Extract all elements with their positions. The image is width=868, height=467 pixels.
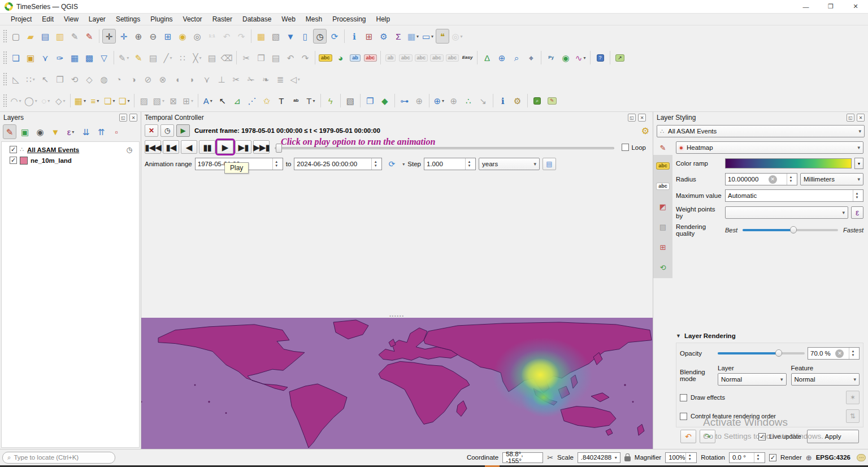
close-panel-icon[interactable]: ✕ [857, 114, 865, 122]
settings-wrench-icon[interactable]: ⚙ [511, 93, 524, 108]
georeferencer-icon[interactable]: ⊕▾ [432, 93, 446, 108]
dropdown-arrow[interactable]: ▾ [442, 98, 444, 103]
loop-checkbox[interactable] [622, 144, 629, 151]
maximize-button[interactable]: ❐ [818, 0, 843, 14]
advanced-digitizing-icon[interactable]: Δ [480, 50, 494, 65]
deselect-features-icon[interactable]: ❏▾ [103, 93, 116, 108]
show-statistics-icon[interactable]: Σ [392, 29, 405, 44]
control-order-checkbox[interactable] [680, 413, 687, 420]
float-panel-icon[interactable]: ◱ [628, 114, 636, 122]
styling-layer-combo[interactable]: ∴ All ASAM Events ▾ [657, 125, 865, 137]
radius-unit-combo[interactable]: Millimeters ▾ [800, 173, 863, 185]
map-canvas[interactable] [141, 318, 653, 449]
new-spatialite-icon[interactable]: ✑ [53, 50, 67, 65]
processing-toolbox-icon[interactable]: ⚙ [377, 29, 390, 44]
grass-tools-icon[interactable]: ▧ [344, 93, 357, 108]
menu-view[interactable]: View [59, 14, 84, 24]
dropdown-arrow[interactable]: ▾ [19, 98, 21, 103]
play-button[interactable]: ▶ [217, 140, 233, 154]
layer-labeling-icon[interactable]: abc [318, 50, 333, 65]
close-panel-icon[interactable]: ✕ [638, 114, 646, 122]
collapse-all-icon[interactable]: ⇈ [94, 124, 108, 139]
loop-control[interactable]: Loop [622, 144, 646, 151]
refresh-map-icon[interactable]: ⟳ [328, 29, 341, 44]
expression-builder-button[interactable]: ε [851, 206, 863, 219]
magnifier-input[interactable]: 100%▲▼ [665, 452, 697, 463]
messages-icon[interactable]: ⋯ [857, 454, 866, 461]
scale-combo[interactable]: .84024288▾ [578, 452, 620, 463]
filter-expression-icon[interactable]: ε▾ [64, 124, 77, 139]
add-line-annotation-icon[interactable]: ⋰ [245, 93, 259, 108]
dropdown-arrow[interactable]: ▾ [199, 55, 202, 60]
new-3d-map-view-icon[interactable]: ▧ [269, 29, 283, 44]
new-print-layout-icon[interactable]: ▥ [53, 29, 67, 44]
layer-visibility-checkbox[interactable]: ✓ [10, 157, 17, 164]
pan-map-icon[interactable]: ✛ [102, 29, 116, 44]
epsg-code[interactable]: EPSG:4326 [816, 454, 850, 461]
dropdown-arrow[interactable]: ▾ [583, 55, 585, 60]
spinner-arrows-icon[interactable]: ▲▼ [685, 453, 693, 462]
new-project-icon[interactable]: ▢ [9, 29, 23, 44]
locate-search-input[interactable]: ⌕ Type to locate (Ctrl+K) [2, 452, 115, 464]
dropdown-arrow[interactable]: ▾ [72, 129, 74, 135]
previous-frame-button[interactable]: ▮◀ [163, 140, 179, 154]
close-button[interactable]: ✕ [843, 0, 868, 14]
spinner-arrows-icon[interactable]: ▲▼ [849, 348, 857, 359]
step-input[interactable]: 1.000 ▲▼ [424, 158, 476, 170]
skip-to-start-button[interactable]: ▮◀◀ [145, 140, 161, 154]
menu-project[interactable]: Project [6, 14, 37, 24]
spinner-arrows-icon[interactable]: ▲▼ [465, 158, 473, 170]
toggle-editing-icon[interactable]: ✎ [132, 50, 145, 65]
zoom-full-icon[interactable]: ⊞ [161, 29, 175, 44]
select-by-value-icon[interactable]: ≡▾ [88, 93, 102, 108]
clear-value-icon[interactable]: ✕ [835, 349, 844, 358]
style-manager-icon[interactable]: ✎ [83, 29, 96, 44]
select-annotation-icon[interactable]: ↖ [216, 93, 229, 108]
pin-labels-icon[interactable]: ab [349, 50, 362, 65]
add-marker-annotation-icon[interactable]: ✩ [260, 93, 274, 108]
dropdown-arrow[interactable]: ▾ [84, 98, 86, 103]
spinner-arrows-icon[interactable]: ▲▼ [787, 174, 795, 185]
select-features-icon[interactable]: ▦▾ [73, 93, 87, 108]
expand-all-icon[interactable]: ⇊ [79, 124, 93, 139]
rotation-input[interactable]: 0.0 °▲▼ [729, 452, 765, 463]
spinner-arrows-icon[interactable]: ▲▼ [371, 158, 379, 170]
animated-navigation-button[interactable]: ▶ [176, 124, 190, 137]
spinner-arrows-icon[interactable]: ▲▼ [853, 190, 861, 201]
opacity-slider[interactable] [718, 349, 805, 358]
history-tab-icon[interactable]: ⟲ [656, 260, 670, 275]
layer-visibility-checkbox[interactable]: ✓ [10, 146, 17, 153]
weight-points-combo[interactable]: ▾ [725, 206, 848, 219]
select-by-location-icon[interactable]: ❏▾ [118, 93, 131, 108]
style-undo-button[interactable]: ↶ [680, 430, 696, 443]
spinner-arrows-icon[interactable]: ▲▼ [272, 158, 280, 170]
open-layer-styling-icon[interactable]: ✎ [3, 124, 16, 139]
legend-tab-icon[interactable]: ⊞ [656, 240, 670, 254]
maximum-value-input[interactable]: Automatic ▲▼ [725, 189, 863, 202]
metasearch-add-icon[interactable]: ⊕ [495, 50, 509, 65]
map-tips-icon[interactable]: ❝ [436, 29, 449, 44]
rendering-quality-slider[interactable] [743, 226, 838, 235]
menu-edit[interactable]: Edit [37, 14, 59, 24]
live-update-checkbox[interactable]: ✓ [758, 433, 766, 440]
highlight-pinned-labels-icon[interactable]: abc [363, 50, 378, 65]
dropdown-arrow[interactable]: ▾ [127, 55, 129, 60]
render-checkbox[interactable]: ✓ [769, 454, 776, 461]
diagrams-tab-icon[interactable]: ▤ [656, 219, 670, 234]
float-panel-icon[interactable]: ◱ [847, 114, 854, 122]
dropdown-arrow[interactable]: ▾ [191, 98, 193, 103]
feature-blend-combo[interactable]: Normal▾ [791, 373, 860, 386]
style-redo-button[interactable]: ↷ [700, 430, 715, 443]
temporal-settings-gear-icon[interactable]: ⚙ [641, 126, 649, 136]
menu-plugins[interactable]: Plugins [145, 14, 177, 24]
profile-plot-icon[interactable]: ∿▾ [574, 50, 587, 65]
play-backward-button[interactable]: ◀ [181, 140, 197, 154]
refresh-range-icon[interactable]: ⟳ [385, 158, 398, 170]
identify-features-icon[interactable]: ℹ [348, 29, 361, 44]
menu-layer[interactable]: Layer [84, 14, 111, 24]
add-polygon-annotation-icon[interactable]: ⊿ [231, 93, 244, 108]
open-project-icon[interactable]: ▰ [24, 29, 37, 44]
layer-blend-combo[interactable]: Normal▾ [718, 373, 787, 386]
layer-search-icon[interactable]: ⌕ [510, 50, 523, 65]
add-group-icon[interactable]: ▣ [18, 124, 32, 139]
